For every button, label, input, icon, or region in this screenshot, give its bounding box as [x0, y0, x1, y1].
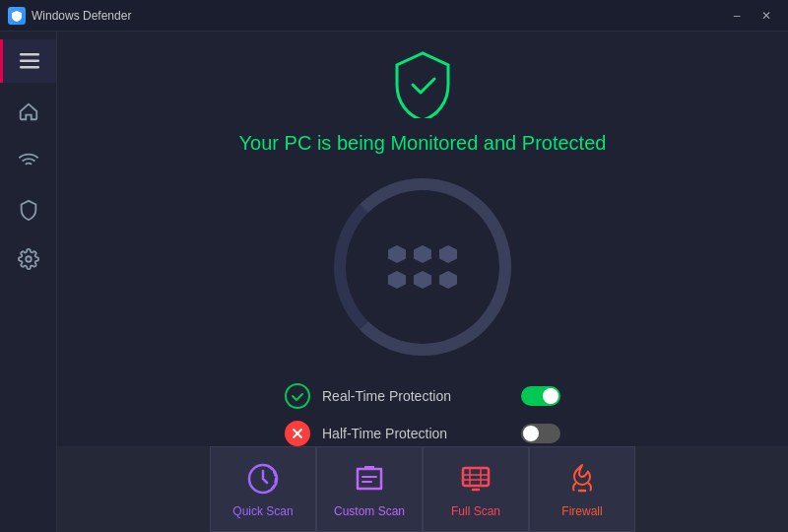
hex-dot-3 [439, 245, 457, 263]
quick-scan-label: Quick Scan [232, 504, 293, 518]
app-icon [8, 7, 26, 25]
status-text: Your PC is being Monitored and Protected [239, 132, 607, 155]
quick-scan-button[interactable]: Quick Scan [210, 446, 316, 532]
window-title: Windows Defender [32, 9, 723, 23]
halftime-label: Half-Time Protection [322, 426, 509, 441]
custom-scan-label: Custom Scan [334, 504, 405, 518]
minimize-button[interactable]: – [723, 6, 751, 26]
sidebar-menu-button[interactable] [0, 39, 56, 83]
sidebar-item-home[interactable] [0, 87, 56, 136]
realtime-protection-item: Real-Time Protection [285, 383, 560, 409]
scan-circle [334, 178, 511, 356]
main-content: Your PC is being Monitored and Protected [57, 32, 788, 446]
svg-rect-5 [463, 468, 489, 486]
sidebar [0, 32, 57, 532]
hex-dot-1 [388, 245, 406, 263]
window-controls: – ✕ [723, 6, 780, 26]
full-scan-label: Full Scan [451, 504, 500, 518]
svg-rect-1 [20, 60, 39, 63]
svg-point-3 [26, 256, 32, 262]
realtime-toggle-thumb [543, 388, 558, 404]
title-bar: Windows Defender – ✕ [0, 0, 788, 32]
hex-dot-5 [414, 271, 431, 289]
app-body: Your PC is being Monitored and Protected [0, 32, 788, 532]
firewall-label: Firewall [561, 504, 602, 518]
halftime-check-icon [285, 421, 310, 446]
realtime-toggle[interactable] [521, 386, 560, 406]
firewall-button[interactable]: Firewall [529, 446, 635, 532]
close-button[interactable]: ✕ [753, 6, 780, 26]
sidebar-item-network[interactable] [0, 136, 56, 185]
hex-dot-2 [414, 245, 431, 263]
realtime-label: Real-Time Protection [322, 388, 509, 404]
realtime-check-icon [285, 383, 310, 409]
shield-icon [393, 51, 452, 122]
halftime-toggle[interactable] [521, 424, 560, 443]
hex-dot-6 [439, 271, 457, 289]
content-area: Your PC is being Monitored and Protected [57, 32, 788, 532]
sidebar-item-settings[interactable] [0, 234, 56, 284]
svg-rect-0 [20, 53, 39, 56]
scan-bar: Quick Scan Custom Scan Full Scan [57, 446, 788, 532]
hex-grid [388, 245, 457, 289]
sidebar-item-protection[interactable] [0, 185, 56, 234]
svg-rect-2 [20, 66, 39, 69]
custom-scan-button[interactable]: Custom Scan [316, 446, 423, 532]
protection-list: Real-Time Protection Half-Time Protectio… [285, 383, 560, 446]
hex-dot-4 [388, 271, 406, 289]
halftime-toggle-thumb [523, 426, 539, 441]
halftime-protection-item: Half-Time Protection [285, 421, 560, 446]
full-scan-button[interactable]: Full Scan [423, 446, 529, 532]
